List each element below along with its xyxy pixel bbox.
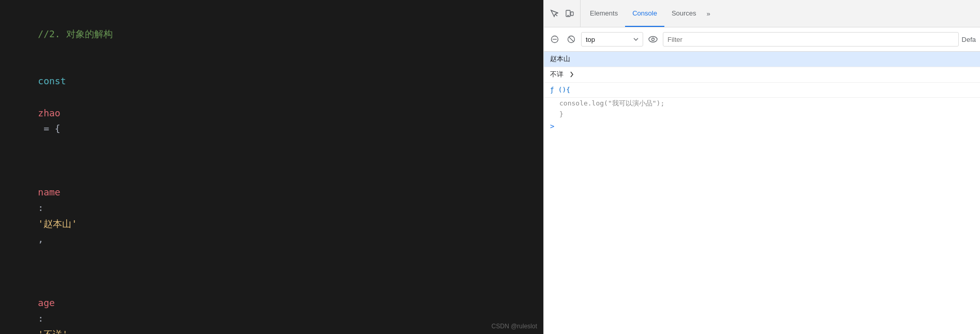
inspect-element-button[interactable] [547, 6, 561, 21]
console-output-func-body-1: console.log("我可以演小品"); [544, 98, 980, 109]
tab-sources[interactable]: Sources [664, 0, 704, 27]
tab-console[interactable]: Console [625, 0, 664, 27]
svg-rect-1 [571, 12, 573, 16]
context-dropdown-value: top [586, 36, 595, 43]
console-output-1: 赵本山 [544, 52, 980, 67]
clear-console-button[interactable] [548, 33, 561, 46]
block-messages-button[interactable] [565, 33, 578, 46]
code-line-4: age : '不详' , [16, 264, 528, 335]
default-levels-label: Defa [962, 36, 976, 43]
devtools-panel: Elements Console Sources » top [543, 0, 980, 334]
tab-elements[interactable]: Elements [583, 0, 625, 27]
svg-line-6 [569, 37, 574, 42]
svg-point-8 [652, 38, 655, 41]
code-editor: //2. 对象的解构 const zhao = { name : '赵本山' ,… [0, 0, 543, 334]
code-line-3: name : '赵本山' , [16, 153, 528, 263]
svg-point-7 [649, 37, 657, 42]
context-dropdown[interactable]: top [581, 32, 643, 47]
device-toolbar-button[interactable] [562, 6, 577, 21]
watermark: CSDN @ruleslot [492, 323, 537, 330]
console-output-func-body-2: } [544, 109, 980, 119]
eye-icon-button[interactable] [646, 33, 660, 46]
code-line-2: const zhao = { [16, 58, 528, 153]
devtools-icon-group [544, 0, 581, 27]
prompt-arrow-icon: > [550, 122, 554, 130]
tab-more-button[interactable]: » [704, 0, 714, 27]
filter-input[interactable] [663, 32, 959, 47]
code-line-comment: //2. 对象的解构 [16, 10, 528, 58]
console-output-2: 不详 [544, 67, 980, 83]
devtools-top-bar: Elements Console Sources » [544, 0, 980, 27]
console-output-area: 赵本山 不详 ƒ (){ console.log("我可以演小品"); } > [544, 52, 980, 334]
console-output-3: ƒ (){ [544, 83, 980, 98]
devtools-tabs-row: Elements Console Sources » [581, 0, 980, 27]
console-prompt[interactable]: > [544, 119, 980, 133]
console-subtoolbar: top Defa [544, 27, 980, 52]
